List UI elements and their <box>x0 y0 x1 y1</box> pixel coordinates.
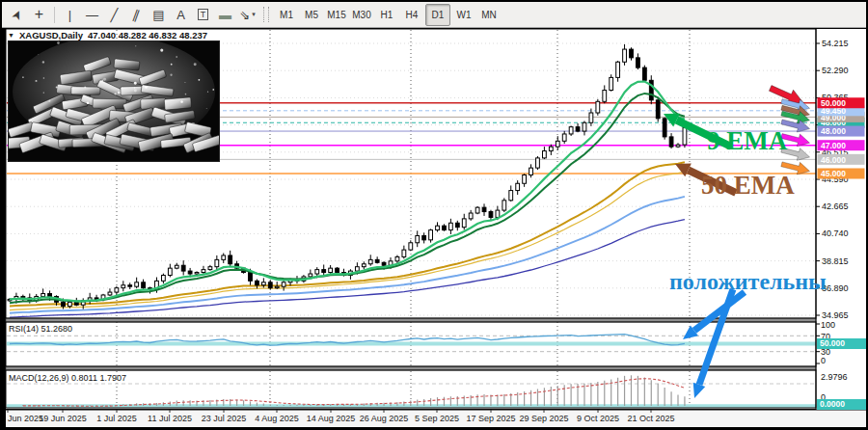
timeframe-h1-button[interactable]: H1 <box>375 5 398 25</box>
svg-text:1 Jul 2025: 1 Jul 2025 <box>96 414 137 423</box>
toolbar: ➤+|—╱∥▤AT▬⇘▾ M1M5M15M30H1H4D1W1MN <box>2 2 866 28</box>
timeframe-m30-button[interactable]: M30 <box>350 5 373 25</box>
svg-text:23 Jul 2025: 23 Jul 2025 <box>202 414 247 423</box>
svg-text:46.000: 46.000 <box>821 155 846 165</box>
svg-text:40.740: 40.740 <box>822 228 849 238</box>
rsi-level-label: 50.000 <box>817 338 866 349</box>
timeframe-m1-button[interactable]: M1 <box>275 5 298 25</box>
svg-text:21 Oct 2025: 21 Oct 2025 <box>627 414 674 423</box>
equidistant-channel-tool-icon[interactable]: ∥ <box>125 5 148 25</box>
shapes-tool-icon[interactable]: ▬ <box>214 5 236 25</box>
svg-text:5 Sep 2025: 5 Sep 2025 <box>415 414 459 423</box>
svg-text:34.965: 34.965 <box>822 310 849 320</box>
svg-text:54.215: 54.215 <box>822 39 849 48</box>
rsi-indicator-label: RSI(14) 51.2680 <box>9 324 72 334</box>
timeframe-h4-button[interactable]: H4 <box>400 5 423 25</box>
svg-text:45.000: 45.000 <box>821 169 846 178</box>
svg-text:29 Sep 2025: 29 Sep 2025 <box>519 414 568 423</box>
macd-scale-max: 2.9796 <box>821 372 848 382</box>
macd-indicator-label: MACD(12,26,9) 0.8011 1.7907 <box>9 373 126 383</box>
ema9-annotation-text[interactable]: 9 EMA <box>707 126 787 156</box>
trendline-tool-icon[interactable]: ╱ <box>103 5 125 25</box>
svg-text:4 Aug 2025: 4 Aug 2025 <box>255 414 299 423</box>
timeframe-group: M1M5M15M30H1H4D1W1MN <box>274 4 502 26</box>
chart-menu-dropdown-icon[interactable]: ▼ <box>8 32 14 39</box>
drawing-tools-group: ➤+|—╱∥▤AT▬⇘▾ <box>6 5 258 25</box>
vertical-line-tool-icon[interactable]: | <box>59 5 81 25</box>
svg-text:38.815: 38.815 <box>822 256 849 266</box>
ema50-annotation-text[interactable]: 50 EMA <box>701 171 795 201</box>
positive-annotation-text[interactable]: положительны <box>669 269 827 295</box>
crosshair-tool-icon[interactable]: + <box>28 5 50 25</box>
svg-text:48.000: 48.000 <box>821 126 846 136</box>
svg-text:52.290: 52.290 <box>822 66 849 75</box>
svg-text:50.000: 50.000 <box>821 98 846 108</box>
cursor-tool-icon[interactable]: ➤ <box>6 5 28 25</box>
horizontal-line-tool-icon[interactable]: — <box>81 5 103 25</box>
arrows-tool-icon[interactable]: ⇘▾ <box>236 5 258 25</box>
rsi-scale-0: 0 <box>821 356 826 365</box>
timeframe-w1-button[interactable]: W1 <box>452 5 475 25</box>
toolbar-drag-handle[interactable] <box>263 7 269 22</box>
label-tool-icon[interactable]: T <box>192 5 214 25</box>
timeframe-m5-button[interactable]: M5 <box>300 5 323 25</box>
svg-text:42.665: 42.665 <box>822 202 849 211</box>
timeframe-m15-button[interactable]: M15 <box>325 5 348 25</box>
chart-title: ▼ XAGUSD,Daily 47.040 48.282 46.832 48.2… <box>8 30 207 40</box>
svg-text:17 Sep 2025: 17 Sep 2025 <box>466 414 515 423</box>
toolbar-separator <box>54 7 55 23</box>
text-tool-icon[interactable]: A <box>170 5 192 25</box>
svg-text:11 Jul 2025: 11 Jul 2025 <box>148 414 192 423</box>
silver-bars-image <box>8 40 220 162</box>
svg-text:14 Aug 2025: 14 Aug 2025 <box>307 414 356 423</box>
ohlc-values: 47.040 48.282 46.832 48.237 <box>88 30 207 40</box>
fibonacci-tool-icon[interactable]: ▤ <box>148 5 170 25</box>
symbol-period-label: XAGUSD,Daily <box>19 30 83 40</box>
svg-text:47.000: 47.000 <box>821 141 846 150</box>
macd-zero-label: 0.0000 <box>817 399 866 410</box>
svg-text:9 Oct 2025: 9 Oct 2025 <box>577 414 619 423</box>
timeframe-mn-button[interactable]: MN <box>477 5 501 25</box>
timeframe-d1-button[interactable]: D1 <box>425 4 450 26</box>
svg-text:26 Aug 2025: 26 Aug 2025 <box>360 414 409 423</box>
svg-text:19 Jun 2025: 19 Jun 2025 <box>39 414 87 423</box>
rsi-scale-100: 100 <box>821 320 835 330</box>
